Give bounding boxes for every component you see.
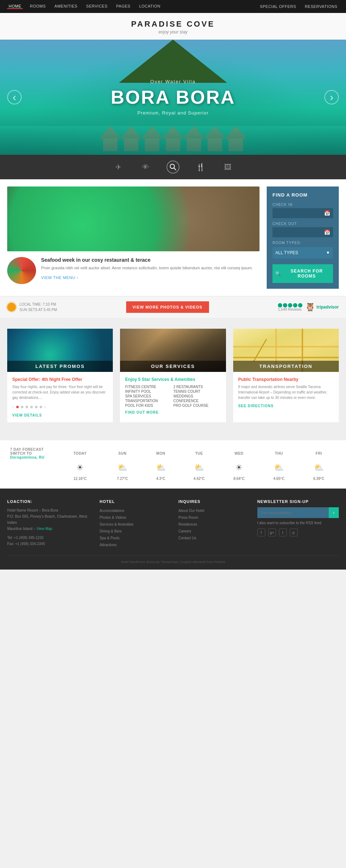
nav-home[interactable]: HOME — [7, 4, 23, 9]
twitter-icon[interactable]: t — [279, 529, 287, 536]
services-list: FITNESS CENTRE 2 RESTAURANTS INFINITY PO… — [125, 385, 221, 408]
nav-services[interactable]: SERVICES — [85, 4, 109, 9]
dropdown-icon: ▼ — [326, 250, 330, 255]
hotel-link-6[interactable]: Attractions — [99, 541, 168, 548]
more-photos-button[interactable]: VIEW MORE PHOTOS & VIDEOS — [126, 301, 209, 313]
facebook-icon[interactable]: f — [257, 529, 265, 536]
weather-icon-label — [7, 461, 58, 475]
today-icon: ☀ — [58, 461, 102, 475]
footer-submit-button[interactable]: › — [329, 507, 339, 518]
footer-location-col: LOACTION: Hotel Name Resort – Bora Bora … — [7, 499, 89, 548]
footer-location-heading: LOACTION: — [7, 499, 89, 504]
nav-rooms[interactable]: ROOMS — [28, 4, 47, 9]
fri-temp: 6.39°C — [299, 475, 339, 483]
star-1 — [278, 303, 282, 307]
nav-special-offers[interactable]: SPECIAL OFFERS — [258, 4, 298, 9]
hotel-link-4[interactable]: Dining & Bars — [99, 528, 168, 535]
roomtypes-select[interactable]: ALL TYPES ▼ — [272, 247, 333, 258]
promo-transport-link[interactable]: SEE DIRECTIONS — [238, 404, 334, 408]
nav-amenities[interactable]: AMENITIES — [53, 4, 79, 9]
inquires-link-4[interactable]: Careers — [178, 528, 247, 535]
search-circle-icon: 🔍 — [275, 271, 281, 276]
footer-rss: I also want to subscribe to the RSS feed — [257, 521, 339, 525]
main-content: Seafood week in our cosy restaurant & te… — [0, 179, 346, 296]
promo-services-link[interactable]: FIND OUT MORE — [125, 410, 221, 414]
promo-latest-link[interactable]: VIEW DETAILS — [12, 413, 108, 417]
seafood-text: Seafood week in our cosy restaurant & te… — [41, 257, 253, 280]
view-map-link[interactable]: View Map — [36, 527, 52, 531]
thu-header: THU — [259, 446, 299, 461]
fork-knife-icon[interactable]: 🍴 — [194, 161, 207, 174]
local-time: LOCAL TIME: 7:10 PM — [19, 302, 57, 307]
seafood-description: Proin gravida nibh vel velit auctor alis… — [41, 265, 253, 271]
nav-pages[interactable]: PAGES — [115, 4, 132, 9]
thu-icon: ⛅ — [259, 461, 299, 475]
service-8: CONFERENCE — [173, 399, 221, 403]
hero-section: Over Water Villa BORA BORA Premium, Roya… — [0, 40, 346, 155]
footer-location-name: Hotel Name Resort – Bora Bora — [7, 507, 89, 513]
ta-logo-text: tripadvisor — [316, 305, 339, 310]
promo-transport-text: If major and domestic airlines serve Sea… — [238, 384, 334, 400]
footer-email-input[interactable] — [257, 507, 329, 518]
promo-latest-body: Special Offer: 4th Night Free Offer Stay… — [7, 372, 113, 422]
hotel-link-1[interactable]: Accomodations — [99, 507, 168, 514]
sunset-time: SUN SETS AT 5:45 PM — [19, 307, 57, 312]
service-10: PRO GOLF COURSE — [173, 404, 221, 408]
nav-left: HOME ROOMS AMENITIES SERVICES PAGES LOCA… — [7, 4, 162, 9]
content-left: Seafood week in our cosy restaurant & te… — [7, 186, 267, 289]
inquires-link-2[interactable]: Press Room — [178, 514, 247, 521]
icon-bar: ✈ 👁 🍴 🖼 — [0, 155, 346, 179]
footer-tel: Tel: +1 (458) 345-1232 — [7, 535, 89, 541]
service-3: INFINITY POOL — [125, 390, 173, 393]
sun-header: SUN — [102, 446, 142, 461]
footer-inquires-heading: INQUIRES — [178, 499, 247, 504]
roomtypes-value: ALL TYPES — [275, 250, 298, 255]
promo-services-label: OUR SERVICES — [120, 361, 226, 372]
hotel-link-5[interactable]: Spa & Pools — [99, 535, 168, 541]
hotel-link-2[interactable]: Photos & Videos — [99, 514, 168, 521]
inquires-link-1[interactable]: About Our Hotel — [178, 507, 247, 514]
view-menu-link[interactable]: VIEW THE MENU — [41, 275, 78, 280]
seafood-image-inner — [7, 257, 36, 284]
search-rooms-button[interactable]: 🔍 SEARCH FOR ROOMS — [272, 264, 333, 283]
weather-section: 7 DAY FORECAST SWITCH TO Dorogomilova, R… — [0, 440, 346, 489]
weather-location[interactable]: Dorogomilova, RU — [10, 455, 55, 459]
promo-prev[interactable]: ‹ — [12, 404, 14, 410]
promo-services-body: Enjoy 5 Star Services & Amenities FITNES… — [120, 372, 226, 419]
photo-icon[interactable]: 🖼 — [221, 161, 234, 174]
promo-latest-image: LATEST PROMOS — [7, 329, 113, 372]
star-4 — [293, 303, 297, 307]
star-2 — [283, 303, 287, 307]
today-temp: 12.16°C — [58, 475, 102, 483]
inquires-link-3[interactable]: Residences — [178, 521, 247, 528]
hero-next-button[interactable]: › — [324, 90, 339, 104]
search-icon[interactable] — [167, 161, 179, 174]
weather-temps-row: 12.16°C 7.27°C 4.3°C 4.42°C 8.64°C 4.65°… — [7, 475, 339, 483]
checkin-input[interactable]: 📅 — [272, 208, 333, 218]
hero-prev-button[interactable]: ‹ — [7, 90, 22, 104]
tue-header: TUE — [179, 446, 219, 461]
switch-label: SWITCH TO — [10, 451, 55, 455]
site-title: PARADISE COVE — [0, 19, 346, 29]
room-image-inner — [7, 186, 260, 251]
sun-icon: ⛅ — [102, 461, 142, 475]
pinterest-icon[interactable]: p — [290, 529, 298, 536]
nav-location[interactable]: LOCATION — [138, 4, 162, 9]
footer-grid: LOACTION: Hotel Name Resort – Bora Bora … — [7, 499, 339, 548]
nav-reservations[interactable]: RESERVATIONS — [303, 4, 339, 9]
hero-subtitle: Over Water Villa — [111, 79, 235, 84]
google-plus-icon[interactable]: g+ — [268, 529, 276, 536]
sun-temp: 7.27°C — [102, 475, 142, 483]
promo-next[interactable]: › — [44, 404, 46, 410]
service-1: FITNESS CENTRE — [125, 385, 173, 389]
star-5 — [298, 303, 302, 307]
hotel-link-3[interactable]: Services & Amenities — [99, 521, 168, 528]
plane-icon[interactable]: ✈ — [112, 161, 125, 174]
eye-icon[interactable]: 👁 — [139, 161, 152, 174]
checkout-input[interactable]: 📅 — [272, 227, 333, 237]
site-header: PARADISE COVE enjoy your stay — [0, 13, 346, 40]
service-9: POOL FOR KIDS — [125, 404, 173, 408]
inquires-link-5[interactable]: Contact Us — [178, 535, 247, 541]
svg-point-0 — [170, 164, 174, 168]
hero-description: Premium, Royal and Superior — [111, 110, 235, 116]
